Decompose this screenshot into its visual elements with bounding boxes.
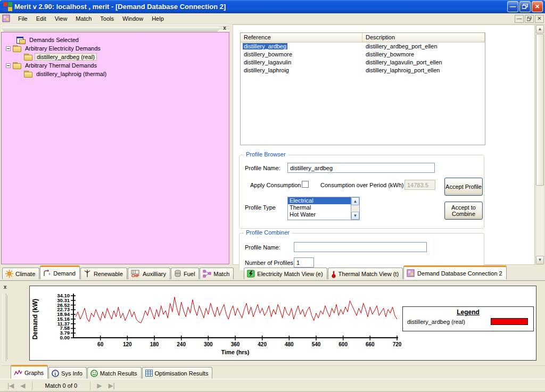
- database-pane: Reference Description distillery_ardbeg …: [233, 24, 535, 265]
- accept-profile-button[interactable]: Accept Profile: [444, 178, 483, 196]
- folder-icon: [24, 71, 32, 77]
- tree-item-electricity-demands[interactable]: Arbitrary Electricity Demands: [2, 44, 229, 53]
- table-row[interactable]: distillery_lagavulin distillery_lagavuli…: [241, 59, 485, 66]
- tab-electricity-match-view[interactable]: Electricity Match View (e): [244, 268, 327, 279]
- restore-button[interactable]: [519, 1, 531, 12]
- tab-thermal-match-view[interactable]: Thermal Match View (t): [328, 268, 403, 279]
- consumption-label: Consumption over Period (kWh): [320, 182, 404, 188]
- svg-text:660: 660: [366, 341, 375, 347]
- collapse-toggle-icon[interactable]: [6, 63, 11, 68]
- column-header-reference[interactable]: Reference: [241, 33, 362, 42]
- minimize-button[interactable]: —: [507, 1, 518, 12]
- tab-sys-info[interactable]: i Sys Info: [48, 367, 87, 379]
- legend-entry-label: distillery_ardbeg (real): [407, 319, 465, 325]
- tab-optimisation-results[interactable]: Optimisation Results: [142, 367, 213, 379]
- next-match-button[interactable]: ▶: [94, 382, 105, 389]
- graph-panel-close-icon[interactable]: x: [2, 284, 9, 291]
- menu-edit[interactable]: Edit: [32, 14, 51, 23]
- table-header: Reference Description: [241, 33, 485, 43]
- combiner-profile-name-input[interactable]: [294, 242, 427, 252]
- tab-fuel[interactable]: Fuel: [171, 268, 199, 279]
- last-match-button[interactable]: ▶|: [105, 382, 118, 389]
- profile-name-input[interactable]: [287, 163, 435, 173]
- tree-item-distillery-ardbeg[interactable]: distillery_ardbeg (real): [2, 53, 229, 61]
- scroll-up-icon[interactable]: ▲: [351, 197, 359, 205]
- svg-text:0.00: 0.00: [60, 335, 70, 340]
- mdi-close-button[interactable]: ✕: [535, 15, 544, 23]
- window-title: Merit v 2.90: localhost , merit - [Deman…: [14, 3, 507, 11]
- svg-text:240: 240: [177, 341, 186, 347]
- previous-match-button[interactable]: ◀: [17, 382, 28, 389]
- wind-turbine-icon: [84, 270, 92, 278]
- tab-match[interactable]: Match: [200, 268, 234, 279]
- profile-type-option-hot-water[interactable]: Hot Water: [288, 211, 359, 218]
- app-icon: [3, 2, 12, 11]
- menu-view[interactable]: View: [51, 14, 72, 23]
- table-row[interactable]: distillery_laphroig distillery_laphroig_…: [241, 66, 485, 74]
- apply-consumption-checkbox[interactable]: [302, 181, 309, 188]
- scroll-down-icon[interactable]: ▼: [351, 212, 359, 220]
- database-icon: [407, 269, 415, 278]
- group-title: Profile Browser: [244, 151, 288, 157]
- result-tab-strip: Graphs i Sys Info Match Results Optimisa…: [1, 365, 545, 379]
- column-header-description[interactable]: Description: [362, 33, 485, 42]
- menu-help[interactable]: Help: [147, 14, 168, 23]
- panel-gripper[interactable]: [2, 294, 6, 361]
- tab-climate[interactable]: Climate: [2, 268, 39, 279]
- menu-file[interactable]: File: [14, 14, 32, 23]
- first-match-button[interactable]: |◀: [4, 382, 17, 389]
- tree-item-distillery-laphroig[interactable]: distillery_laphroig (thermal): [2, 70, 229, 78]
- svg-text:540: 540: [312, 341, 321, 347]
- mdi-restore-button[interactable]: [525, 15, 534, 23]
- tab-demand-database-connection-2[interactable]: Demand Database Connection 2: [403, 265, 507, 279]
- separator: [32, 381, 32, 390]
- close-button[interactable]: ✕: [532, 1, 543, 12]
- collapse-toggle-icon[interactable]: [6, 46, 11, 51]
- profile-type-label: Profile Type: [245, 204, 276, 211]
- tab-match-results[interactable]: Match Results: [87, 367, 142, 379]
- svg-text:Demand (kW): Demand (kW): [31, 299, 39, 340]
- info-icon: i: [52, 370, 59, 377]
- table-row[interactable]: distillery_bowmore distillery_bowmore: [241, 51, 485, 59]
- right-pane-scrollbar[interactable]: ▲ ▼: [535, 24, 544, 265]
- menu-match[interactable]: Match: [71, 14, 96, 23]
- tree-pane-toolbar[interactable]: x: [1, 24, 229, 31]
- profile-type-option-electrical[interactable]: Electrical: [288, 197, 351, 204]
- menu-window[interactable]: Window: [118, 14, 147, 23]
- group-title: Profile Combiner: [244, 229, 292, 236]
- tree-item-demands-selected[interactable]: Demands Selected: [2, 36, 229, 44]
- tree-pane-close-icon[interactable]: x: [221, 25, 228, 32]
- scroll-down-icon[interactable]: ▼: [536, 256, 544, 264]
- listbox-scrollbar[interactable]: ▲ ▼: [351, 197, 359, 220]
- thermometer-icon: [331, 270, 336, 278]
- svg-text:360: 360: [231, 341, 240, 347]
- table-row[interactable]: distillery_ardbeg distillery_ardbeg_port…: [241, 43, 485, 51]
- folder-icon: [13, 62, 21, 69]
- tab-renewable[interactable]: Renewable: [80, 268, 127, 279]
- graph-panel: x Demand (kW)34.1030.3126.5222.7318.9415…: [0, 280, 545, 365]
- scrollbar-thumb[interactable]: [536, 34, 544, 186]
- folder-icon: [13, 45, 21, 52]
- tab-auxilliary[interactable]: CHP Auxilliary: [128, 268, 170, 279]
- tab-graphs[interactable]: Graphs: [11, 365, 48, 379]
- svg-text:480: 480: [285, 341, 294, 347]
- profile-type-option-thermal[interactable]: Thermal: [288, 204, 359, 211]
- profiles-table: Reference Description distillery_ardbeg …: [240, 32, 485, 145]
- tree-item-thermal-demands[interactable]: Arbitrary Thermal Demands: [2, 61, 229, 70]
- consumption-value-input: [404, 180, 435, 190]
- profile-type-listbox[interactable]: Electrical Thermal Hot Water ▲ ▼: [287, 197, 360, 220]
- separator: [90, 381, 90, 390]
- mdi-minimize-button[interactable]: —: [515, 15, 524, 23]
- svg-text:120: 120: [123, 341, 132, 347]
- menu-tools[interactable]: Tools: [96, 14, 118, 23]
- main-area: x Demands Selected Arbitrary Electricity…: [0, 24, 545, 265]
- toolbar-gripper[interactable]: [3, 27, 219, 30]
- svg-text:180: 180: [150, 341, 159, 347]
- combiner-profile-name-label: Profile Name:: [245, 244, 280, 251]
- tap-icon: [43, 269, 51, 277]
- accept-to-combine-button[interactable]: Accept to Combine: [444, 202, 483, 220]
- tab-demand[interactable]: Demand: [40, 265, 80, 279]
- scroll-up-icon[interactable]: ▲: [536, 25, 544, 34]
- demands-tree: Demands Selected Arbitrary Electricity D…: [1, 32, 229, 264]
- profile-browser-group: Profile Browser Profile Name: Apply Cons…: [239, 155, 484, 229]
